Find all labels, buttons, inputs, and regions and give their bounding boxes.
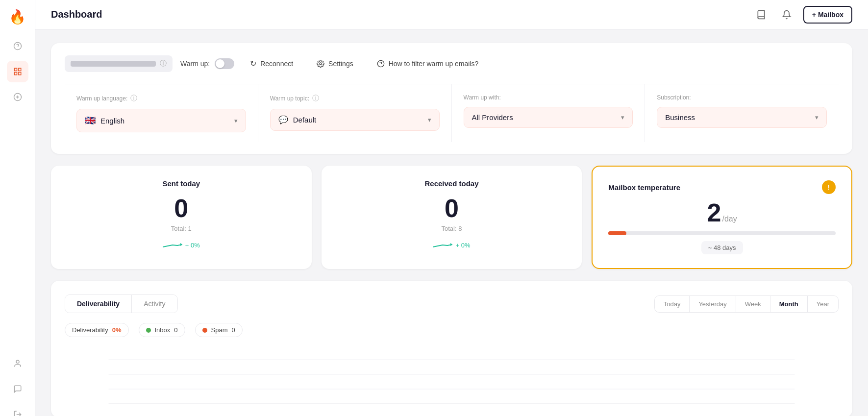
filter-yesterday[interactable]: Yesterday	[690, 296, 736, 312]
filter-today[interactable]: Today	[655, 296, 690, 312]
sidebar-bottom	[7, 353, 28, 416]
email-input-area[interactable]: ⓘ	[65, 55, 173, 72]
temperature-header: Mailbox temperature !	[608, 180, 836, 194]
help-filter-icon	[377, 60, 385, 68]
language-label: Warm up language: ⓘ	[76, 94, 246, 103]
sidebar-dashboard-btn[interactable]	[7, 61, 28, 82]
bell-icon-btn[interactable]	[778, 6, 795, 24]
page-body: ⓘ Warm up: ↻ Reconnect Settings	[35, 29, 868, 416]
person-icon	[13, 359, 22, 368]
received-today-value: 0	[445, 196, 459, 221]
warmup-toggle-group: Warm up:	[180, 58, 234, 69]
temperature-unit: /day	[722, 215, 737, 223]
reconnect-button[interactable]: ↻ Reconnect	[242, 55, 301, 72]
language-value: English	[100, 117, 229, 125]
warmup-toggle-switch[interactable]	[215, 58, 234, 69]
settings-button[interactable]: Settings	[309, 56, 361, 72]
sent-trend-value: + 0%	[185, 242, 200, 249]
sidebar-help-btn[interactable]	[7, 35, 28, 57]
inbox-value: 0	[174, 326, 177, 334]
analytics-tab-group: Deliverability Activity	[65, 294, 178, 313]
filter-week[interactable]: Week	[736, 296, 770, 312]
help-filter-button[interactable]: How to filter warm up emails?	[369, 56, 487, 72]
filter-month[interactable]: Month	[770, 296, 808, 312]
filter-year[interactable]: Year	[808, 296, 838, 312]
received-today-title: Received today	[424, 179, 478, 188]
topic-label: Warm up topic: ⓘ	[270, 94, 440, 103]
deliverability-label: Deliverability	[72, 326, 108, 334]
svg-point-11	[320, 63, 322, 65]
topic-dropdown[interactable]: 💬 Default ▾	[270, 109, 440, 131]
reconnect-icon: ↻	[250, 59, 256, 68]
subscription-value: Business	[665, 113, 810, 122]
help-filter-label: How to filter warm up emails?	[389, 60, 479, 68]
svg-marker-15	[450, 243, 452, 246]
config-card: ⓘ Warm up: ↻ Reconnect Settings	[51, 43, 852, 154]
chat-bubble-icon	[13, 385, 22, 393]
add-mailbox-button[interactable]: + Mailbox	[803, 6, 852, 24]
logout-icon	[13, 410, 22, 416]
received-trend-line-icon	[433, 240, 452, 250]
sent-today-value: 0	[174, 196, 188, 221]
language-dropdown[interactable]: 🇬🇧 English ▾	[76, 109, 246, 132]
topic-chevron-icon: ▾	[428, 116, 431, 123]
trend-line-icon	[163, 240, 182, 250]
warmup-toggle-label: Warm up:	[180, 60, 210, 68]
sidebar-chat-btn[interactable]	[7, 378, 28, 400]
providers-chevron-icon: ▾	[621, 114, 624, 121]
topic-chat-icon: 💬	[278, 115, 288, 124]
sidebar-logout-btn[interactable]	[7, 404, 28, 416]
question-icon	[13, 42, 22, 50]
sidebar: 🔥	[0, 0, 35, 416]
sidebar-add-btn[interactable]	[7, 86, 28, 108]
sent-today-card: Sent today 0 Total: 1 + 0%	[51, 166, 312, 269]
config-top-row: ⓘ Warm up: ↻ Reconnect Settings	[65, 55, 839, 72]
main-content: Dashboard + Mailbox ⓘ Warm up:	[35, 0, 868, 416]
tab-activity[interactable]: Activity	[132, 295, 177, 313]
settings-label: Settings	[328, 60, 353, 68]
stats-row: Sent today 0 Total: 1 + 0% Received toda…	[51, 166, 852, 269]
flag-icon: 🇬🇧	[85, 115, 96, 126]
temperature-card: Mailbox temperature ! 2 /day ~ 48 days	[592, 166, 852, 269]
add-mailbox-label: + Mailbox	[812, 11, 843, 19]
analytics-header: Deliverability Activity Today Yesterday …	[65, 294, 839, 313]
temperature-title: Mailbox temperature	[608, 183, 680, 192]
spam-label: Spam	[211, 326, 228, 334]
svg-point-9	[16, 360, 19, 363]
bell-icon	[782, 10, 792, 20]
temperature-progress-fill	[608, 231, 626, 235]
spam-dot-icon	[202, 328, 207, 333]
legend-spam: Spam 0	[195, 323, 243, 337]
analytics-legend: Deliverability 0% Inbox 0 Spam 0	[65, 323, 839, 337]
header-actions: + Mailbox	[752, 6, 852, 24]
received-trend-value: + 0%	[455, 242, 470, 249]
subscription-section: Subscription: Business ▾	[645, 84, 839, 142]
received-today-trend: + 0%	[433, 240, 470, 250]
tab-deliverability[interactable]: Deliverability	[65, 295, 132, 313]
chart-icon	[13, 67, 22, 76]
time-filter-group: Today Yesterday Week Month Year	[654, 295, 839, 313]
temperature-progress-bar	[608, 231, 836, 235]
inbox-dot-icon	[146, 328, 151, 333]
chart-area	[65, 345, 839, 404]
subscription-label: Subscription:	[657, 94, 827, 101]
providers-dropdown[interactable]: All Providers ▾	[464, 107, 633, 128]
sidebar-profile-btn[interactable]	[7, 353, 28, 374]
deliverability-pct: 0%	[112, 326, 122, 334]
book-icon-btn[interactable]	[752, 6, 770, 24]
temperature-days: ~ 48 days	[701, 241, 743, 254]
spam-value: 0	[232, 326, 235, 334]
email-placeholder-bar	[71, 61, 156, 67]
flame-icon: 🔥	[9, 9, 26, 25]
config-dropdowns-row: Warm up language: ⓘ 🇬🇧 English ▾ Warm up…	[65, 84, 839, 142]
svg-marker-14	[180, 243, 182, 246]
providers-label: Warm up with:	[464, 94, 633, 101]
sent-today-trend: + 0%	[163, 240, 200, 250]
svg-rect-2	[14, 68, 17, 71]
temperature-value-row: 2 /day	[707, 200, 737, 225]
subscription-chevron-icon: ▾	[815, 114, 818, 121]
providers-value: All Providers	[472, 113, 617, 122]
subscription-dropdown[interactable]: Business ▾	[657, 107, 827, 128]
svg-rect-4	[18, 73, 21, 75]
temperature-value: 2	[707, 200, 721, 225]
